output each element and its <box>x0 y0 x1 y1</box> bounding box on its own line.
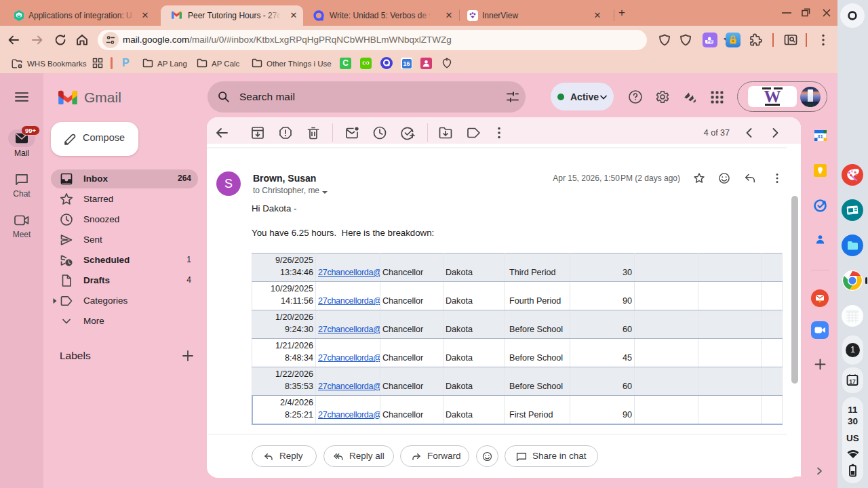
svg-text:FW: FW <box>707 39 713 43</box>
svg-text:31: 31 <box>817 134 823 140</box>
svg-text:17: 17 <box>849 378 856 385</box>
